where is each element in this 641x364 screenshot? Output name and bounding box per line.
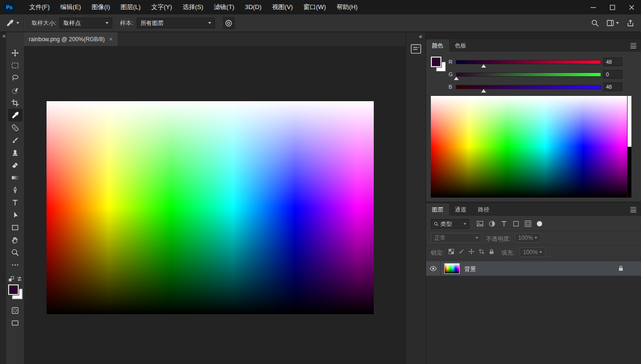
red-channel-value-input[interactable]: 48 xyxy=(603,58,622,66)
tool-quick-selection[interactable] xyxy=(8,84,23,96)
tool-edit-toolbar[interactable] xyxy=(8,258,23,271)
menu-window[interactable]: 窗口(W) xyxy=(298,0,331,14)
tool-path-selection[interactable] xyxy=(8,209,23,221)
document-tab[interactable]: rainbow.png @ 200%(RGB/8) × xyxy=(24,32,118,46)
menu-edit[interactable]: 编辑(E) xyxy=(55,0,86,14)
filter-adjustment-icon xyxy=(488,220,496,227)
sample-select[interactable]: 所有图层 xyxy=(137,18,215,28)
tool-pen[interactable] xyxy=(8,184,23,196)
tool-clone-stamp[interactable] xyxy=(8,146,23,159)
tool-zoom[interactable] xyxy=(8,246,23,258)
slider-thumb[interactable] xyxy=(481,64,486,68)
tool-move[interactable] xyxy=(8,47,23,59)
menu-view[interactable]: 视图(V) xyxy=(267,0,298,14)
slider-thumb[interactable] xyxy=(454,77,459,80)
menu-file[interactable]: 文件(F) xyxy=(24,0,55,14)
tool-rectangle-shape[interactable] xyxy=(8,221,23,234)
white-black-ramp[interactable] xyxy=(627,96,631,198)
menu-type[interactable]: 文字(Y) xyxy=(146,0,177,14)
slider-thumb[interactable] xyxy=(481,89,486,93)
tab-paths[interactable]: 路径 xyxy=(472,203,495,216)
document-close-icon[interactable]: × xyxy=(109,35,113,43)
minimize-button[interactable] xyxy=(583,0,603,14)
default-colors-button[interactable] xyxy=(8,276,14,282)
color-panel-menu-button[interactable] xyxy=(630,43,637,48)
lock-position-button[interactable] xyxy=(468,248,475,255)
quick-selection-icon xyxy=(11,86,19,94)
eyedropper-icon xyxy=(11,111,19,119)
lock-transparent-pixels-button[interactable] xyxy=(448,248,454,255)
layer-lock-icon[interactable] xyxy=(618,265,624,271)
foreground-swatch[interactable] xyxy=(8,284,19,295)
lock-all-button[interactable] xyxy=(488,248,495,255)
tool-crop[interactable] xyxy=(8,96,23,109)
tool-rectangular-marquee[interactable] xyxy=(8,59,23,71)
maximize-button[interactable] xyxy=(603,0,622,14)
tab-swatches[interactable]: 色板 xyxy=(449,39,472,52)
menu-3d[interactable]: 3D(D) xyxy=(239,0,267,14)
toolbar-expand-chevron[interactable]: » xyxy=(2,33,6,39)
quick-mask-button[interactable] xyxy=(8,304,23,317)
sampling-ring-button[interactable] xyxy=(223,17,235,29)
blue-channel-value-input[interactable]: 48 xyxy=(603,82,622,91)
sample-size-select[interactable]: 取样点 xyxy=(59,18,112,28)
menu-image[interactable]: 图像(I) xyxy=(86,0,115,14)
filter-pixel-layers-button[interactable] xyxy=(476,220,484,228)
share-button[interactable] xyxy=(627,19,634,27)
opacity-input[interactable]: 100% xyxy=(515,233,541,243)
tool-hand[interactable] xyxy=(8,234,23,246)
tool-type[interactable] xyxy=(8,196,23,209)
swap-colors-button[interactable] xyxy=(16,276,23,282)
fill-input[interactable]: 100% xyxy=(520,247,546,257)
layer-thumbnail[interactable] xyxy=(444,263,460,274)
green-channel-value-input[interactable]: 0 xyxy=(603,70,622,79)
collapse-panels-button[interactable]: « xyxy=(419,33,422,40)
color-spectrum[interactable] xyxy=(431,96,631,198)
blend-mode-select[interactable]: 正常 xyxy=(431,233,482,243)
tool-lasso[interactable] xyxy=(8,71,23,84)
screen-mode-button[interactable] xyxy=(8,317,23,329)
menu-layer[interactable]: 图层(L) xyxy=(115,0,146,14)
workspace-switcher-button[interactable] xyxy=(606,19,619,27)
red-channel-slider[interactable] xyxy=(456,60,601,64)
tab-color[interactable]: 颜色 xyxy=(426,39,449,52)
filter-shape-layers-button[interactable] xyxy=(512,220,520,228)
menu-filter[interactable]: 滤镜(T) xyxy=(209,0,240,14)
layers-panel-menu-button[interactable] xyxy=(630,207,637,212)
lock-image-pixels-button[interactable] xyxy=(458,248,464,255)
options-bar: 取样大小: 取样点 样本: 所有图层 xyxy=(0,14,641,32)
tool-eyedropper[interactable] xyxy=(8,109,23,121)
tab-layers[interactable]: 图层 xyxy=(426,203,449,216)
chevron-down-icon xyxy=(106,22,108,24)
channel-label: B xyxy=(449,84,452,90)
filter-smart-objects-button[interactable] xyxy=(524,220,532,228)
tool-brush[interactable] xyxy=(8,134,23,146)
green-channel-slider[interactable] xyxy=(456,72,601,77)
channel-label: R xyxy=(449,59,452,65)
tool-preset-dropdown[interactable] xyxy=(0,14,24,32)
layer-row-background[interactable]: 背景 xyxy=(426,261,641,276)
lock-artboard-button[interactable] xyxy=(478,248,485,255)
menu-select[interactable]: 选择(S) xyxy=(177,0,208,14)
channel-row-blue: B 48 xyxy=(426,83,641,92)
layer-filter-toggle[interactable] xyxy=(537,221,542,226)
default-colors-icon xyxy=(8,276,14,282)
filter-adjustment-layers-button[interactable] xyxy=(488,220,496,228)
layer-visibility-toggle[interactable] xyxy=(426,261,441,276)
tool-spot-healing-brush[interactable] xyxy=(8,121,23,134)
tool-eraser[interactable] xyxy=(8,159,23,171)
foreground-swatch[interactable] xyxy=(431,57,441,67)
menu-help[interactable]: 帮助(H) xyxy=(331,0,363,14)
layers-panel-body: 类型 xyxy=(426,216,641,364)
blue-channel-slider[interactable] xyxy=(456,85,601,89)
canvas-image[interactable] xyxy=(47,101,374,314)
layer-filter-select[interactable]: 类型 xyxy=(431,219,469,229)
tool-gradient[interactable] xyxy=(8,171,23,184)
collapsed-panel-dock: « xyxy=(405,32,426,364)
filter-type-layers-button[interactable] xyxy=(500,220,508,228)
tab-channels[interactable]: 通道 xyxy=(449,203,472,216)
collapsed-panel-button[interactable] xyxy=(410,43,423,55)
search-button[interactable] xyxy=(591,19,599,27)
close-button[interactable] xyxy=(622,0,641,14)
eyedropper-icon xyxy=(6,19,14,27)
